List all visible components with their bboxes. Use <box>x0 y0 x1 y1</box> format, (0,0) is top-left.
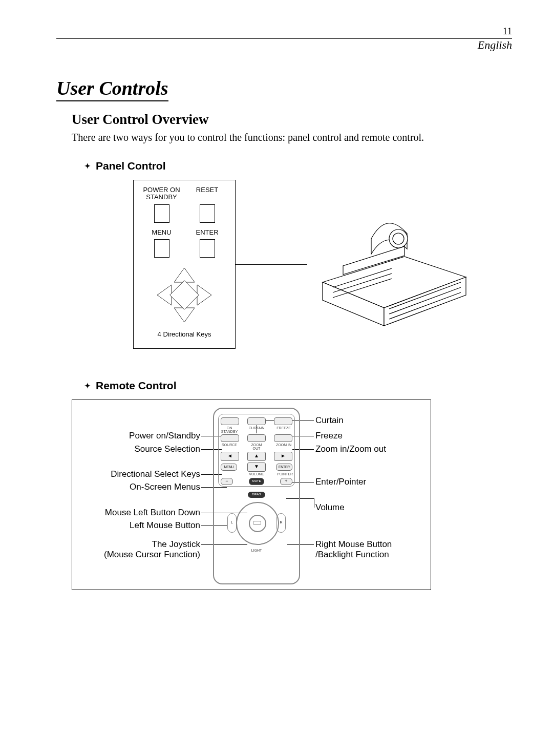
panel-button-reset[interactable] <box>200 204 215 223</box>
remote-btn-up[interactable]: ▲ <box>247 452 266 461</box>
callout-volume: Volume <box>315 502 345 513</box>
remote-upper-panel: ON STANDBY CURTAIN FREEZE SOURCE ZOOM OU… <box>218 414 295 487</box>
remote-btn-zoomout[interactable] <box>247 434 266 442</box>
remote-btn-mouse-right[interactable]: R <box>276 513 286 533</box>
panel-button-enter[interactable] <box>200 239 215 258</box>
callout-directional: Directional Select Keys <box>82 469 200 479</box>
remote-lbl-volume: VOLUME <box>244 472 269 476</box>
svg-marker-1 <box>174 308 195 322</box>
remote-lbl-blank1 <box>221 472 236 476</box>
panel-label-enter: ENTER <box>187 229 228 236</box>
remote-btn-mute[interactable]: MUTE <box>249 478 264 485</box>
remote-btn-source[interactable] <box>221 434 239 442</box>
callout-enter: Enter/Pointer <box>315 477 366 487</box>
remote-lbl-pointer: POINTER <box>277 472 292 476</box>
page-subtitle: User Control Overview <box>72 112 512 128</box>
callout-freeze: Freeze <box>315 431 343 441</box>
remote-btn-menu[interactable]: MENU <box>221 464 237 471</box>
callout-joystick-sub: (Mouse Cursor Function) <box>82 550 200 560</box>
callout-power: Power on/Standby <box>82 431 200 441</box>
svg-marker-3 <box>197 285 211 305</box>
panel-label-menu: MENU <box>141 229 182 236</box>
svg-rect-4 <box>170 281 199 310</box>
callout-source: Source Selection <box>82 444 200 454</box>
remote-btn-drag[interactable]: DRAG <box>248 492 265 498</box>
panel-dpad[interactable] <box>156 267 212 323</box>
remote-btn-vol-down[interactable]: − <box>221 478 233 485</box>
callout-lmb: Left Mouse Button <box>82 520 200 531</box>
leader-line <box>314 498 314 508</box>
callout-rmb-sub: /Backlight Function <box>315 550 389 560</box>
remote-control-figure: Power on/Standby Source Selection Direct… <box>72 400 431 590</box>
remote-btn-down[interactable]: ▼ <box>247 463 266 472</box>
panel-dpad-caption: 4 Directional Keys <box>139 330 230 338</box>
projector-illustration <box>312 211 476 333</box>
remote-lbl-light: LIGHT <box>228 549 285 552</box>
remote-btn-left[interactable]: ◄ <box>221 452 239 461</box>
remote-btn-mouse-left[interactable]: L <box>227 513 237 533</box>
remote-joystick-nub <box>253 521 261 525</box>
remote-joystick-area: L R LIGHT <box>228 501 285 552</box>
remote-btn-on-standby[interactable] <box>221 417 239 425</box>
callout-curtain: Curtain <box>315 415 344 426</box>
remote-btn-right[interactable]: ► <box>274 452 292 461</box>
callout-osm: On-Screen Menus <box>82 482 200 492</box>
dpad-icon <box>156 267 212 323</box>
remote-body: ON STANDBY CURTAIN FREEZE SOURCE ZOOM OU… <box>213 408 300 584</box>
panel-label-power: POWER ON STANDBY <box>141 186 182 201</box>
remote-btn-enter[interactable]: ENTER <box>276 464 292 471</box>
page-number: 11 <box>503 26 512 37</box>
callout-zoom: Zoom in/Zoom out <box>315 444 386 454</box>
remote-lbl-source: SOURCE <box>221 443 238 450</box>
page: 11 English User Controls User Control Ov… <box>0 0 553 616</box>
panel-button-menu[interactable] <box>154 239 169 258</box>
remote-lbl-on-standby: ON STANDBY <box>221 426 238 433</box>
callout-joystick: The Joystick <box>82 539 200 550</box>
remote-btn-curtain[interactable] <box>247 417 266 425</box>
page-title: User Controls <box>56 77 168 101</box>
panel-connector-line <box>236 264 307 265</box>
remote-btn-vol-up[interactable]: + <box>280 478 292 485</box>
panel-control-figure: POWER ON STANDBY RESET MENU ENTER <box>133 180 512 369</box>
callout-mlbd: Mouse Left Button Down <box>82 508 200 518</box>
panel-label-reset: RESET <box>187 186 228 201</box>
panel-button-power[interactable] <box>154 204 169 223</box>
remote-lbl-zoomout: ZOOM OUT <box>248 443 265 450</box>
panel-control-heading: Panel Control <box>84 160 512 172</box>
svg-point-10 <box>393 233 404 244</box>
page-header: 11 English <box>56 26 512 56</box>
svg-marker-0 <box>174 268 195 282</box>
remote-btn-zoomin[interactable] <box>274 434 292 442</box>
callout-rmb: Right Mouse Button <box>315 539 392 550</box>
svg-marker-2 <box>157 285 172 305</box>
panel-box: POWER ON STANDBY RESET MENU ENTER <box>133 180 236 349</box>
remote-lbl-freeze: FREEZE <box>275 426 292 433</box>
remote-btn-freeze[interactable] <box>274 417 292 425</box>
remote-lbl-zoomin: ZOOM IN <box>275 443 292 450</box>
intro-text: There are two ways for you to control th… <box>72 130 512 144</box>
remote-lbl-curtain: CURTAIN <box>248 426 265 433</box>
remote-control-heading: Remote Control <box>84 380 512 392</box>
language-label: English <box>478 38 512 52</box>
